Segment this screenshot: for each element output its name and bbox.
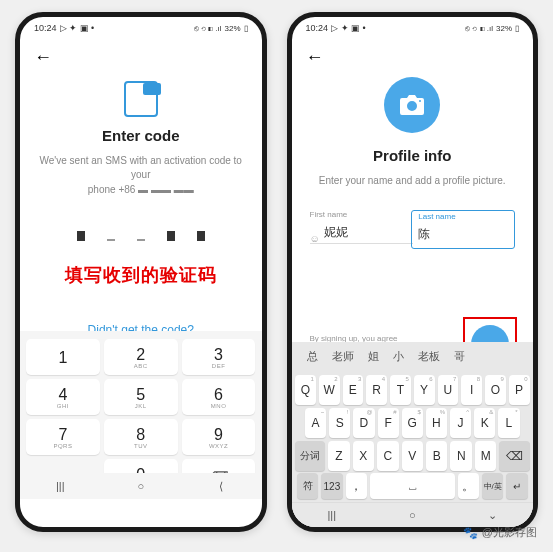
- first-name-label: First name: [310, 210, 400, 219]
- keypad-5[interactable]: 5JKL: [104, 379, 178, 415]
- sms-icon: [119, 81, 163, 113]
- ime-key-y[interactable]: Y6: [414, 375, 435, 405]
- battery-percent: 32%: [224, 24, 240, 33]
- emoji-icon[interactable]: ☺: [310, 233, 320, 244]
- ime-key-h[interactable]: H%: [426, 408, 447, 438]
- camera-icon: [400, 95, 424, 115]
- ime-key-t[interactable]: T5: [390, 375, 411, 405]
- ime-key-l[interactable]: L*: [498, 408, 519, 438]
- back-button[interactable]: ←: [302, 43, 328, 72]
- ime-key-j[interactable]: J^: [450, 408, 471, 438]
- ime-key-q[interactable]: Q1: [295, 375, 316, 405]
- first-name-field[interactable]: First name ☺: [310, 210, 400, 249]
- ime-keyboard: 总老师姐小老板哥 Q1W2E3R4T5Y6U7I8O9P0 A~S!D@F#G$…: [292, 342, 534, 527]
- ime-comma-key[interactable]: ，: [346, 473, 367, 499]
- numeric-keypad: 12ABC3DEF4GHI5JKL6MNO7PQRS8TUV9WXYZ 0 + …: [20, 331, 262, 499]
- ime-enter-key[interactable]: ↵: [506, 473, 527, 499]
- page-subtitle: Enter your name and add a profile pictur…: [319, 174, 506, 188]
- ime-key-a[interactable]: A~: [305, 408, 326, 438]
- nav-keyboard-down[interactable]: ⌄: [486, 508, 500, 522]
- annotation-text: 填写收到的验证码: [65, 263, 217, 287]
- ime-number-key[interactable]: 123: [321, 473, 342, 499]
- ime-key-z[interactable]: Z: [328, 441, 349, 471]
- keypad-3[interactable]: 3DEF: [182, 339, 256, 375]
- status-right-icons: ⎋ ⟲ ◧ .ıl: [194, 24, 222, 33]
- battery-icon: ▯: [244, 24, 248, 33]
- status-time: 10:24: [306, 23, 329, 33]
- ime-suggestion[interactable]: 哥: [454, 349, 465, 364]
- android-nav-bar: ||| ○ ⟨: [20, 473, 262, 499]
- ime-key-n[interactable]: N: [450, 441, 471, 471]
- nav-recent[interactable]: |||: [53, 479, 67, 493]
- paw-icon: 🐾: [463, 526, 478, 540]
- ime-space-key[interactable]: ⎵: [370, 473, 455, 499]
- ime-key-r[interactable]: R4: [366, 375, 387, 405]
- ime-suggestions[interactable]: 总老师姐小老板哥: [292, 342, 534, 370]
- ime-key-p[interactable]: P0: [509, 375, 530, 405]
- status-bar: 10:24 ▷ ✦ ▣ • ⎋ ⟲ ◧ .ıl 32% ▯: [292, 17, 534, 39]
- ime-key-u[interactable]: U7: [438, 375, 459, 405]
- ime-key-v[interactable]: V: [402, 441, 423, 471]
- nav-home[interactable]: ○: [134, 479, 148, 493]
- ime-key-o[interactable]: O9: [485, 375, 506, 405]
- ime-suggestion[interactable]: 总: [307, 349, 318, 364]
- last-name-input[interactable]: [418, 223, 508, 245]
- ime-key-w[interactable]: W2: [319, 375, 340, 405]
- page-title: Profile info: [373, 147, 451, 164]
- phone-right: 10:24 ▷ ✦ ▣ • ⎋ ⟲ ◧ .ıl 32% ▯ ← Profile …: [287, 12, 539, 532]
- ime-symbol-key[interactable]: 符: [297, 473, 318, 499]
- battery-percent: 32%: [496, 24, 512, 33]
- ime-key-d[interactable]: D@: [353, 408, 374, 438]
- status-time: 10:24: [34, 23, 57, 33]
- add-photo-button[interactable]: [384, 77, 440, 133]
- watermark: 🐾 @光影存图: [463, 525, 537, 540]
- watermark-text: @光影存图: [482, 525, 537, 540]
- ime-key-f[interactable]: F#: [378, 408, 399, 438]
- ime-key-s[interactable]: S!: [329, 408, 350, 438]
- phone-number: phone +86 ▬ ▬▬ ▬▬: [88, 184, 194, 195]
- keypad-8[interactable]: 8TUV: [104, 419, 178, 455]
- phone-left: 10:24 ▷ ✦ ▣ • ⎋ ⟲ ◧ .ıl 32% ▯ ← Enter co…: [15, 12, 267, 532]
- nav-home[interactable]: ○: [405, 508, 419, 522]
- ime-suggestion[interactable]: 小: [393, 349, 404, 364]
- ime-key-c[interactable]: C: [377, 441, 398, 471]
- first-name-input[interactable]: [310, 221, 414, 244]
- last-name-field[interactable]: Last name: [411, 210, 515, 249]
- keypad-1[interactable]: 1: [26, 339, 100, 375]
- app-header: ←: [292, 39, 534, 75]
- back-button[interactable]: ←: [30, 43, 56, 72]
- last-name-label: Last name: [418, 212, 508, 221]
- ime-key-i[interactable]: I8: [461, 375, 482, 405]
- battery-icon: ▯: [515, 24, 519, 33]
- ime-key-g[interactable]: G$: [402, 408, 423, 438]
- status-left-icons: ▷ ✦ ▣ •: [331, 23, 366, 33]
- keypad-2[interactable]: 2ABC: [104, 339, 178, 375]
- ime-lang-switch-key[interactable]: 中/英: [482, 473, 503, 499]
- ime-key-m[interactable]: M: [475, 441, 496, 471]
- ime-suggestion[interactable]: 老师: [332, 349, 354, 364]
- keypad-7[interactable]: 7PQRS: [26, 419, 100, 455]
- ime-key-b[interactable]: B: [426, 441, 447, 471]
- keypad-9[interactable]: 9WXYZ: [182, 419, 256, 455]
- keypad-6[interactable]: 6MNO: [182, 379, 256, 415]
- page-title: Enter code: [102, 127, 180, 144]
- ime-delete-key[interactable]: ⌫: [499, 441, 529, 471]
- ime-key-e[interactable]: E3: [343, 375, 364, 405]
- ime-key-k[interactable]: K&: [474, 408, 495, 438]
- android-nav-bar: ||| ○ ⌄: [292, 502, 534, 527]
- ime-shift-key[interactable]: 分词: [295, 441, 325, 471]
- ime-suggestion[interactable]: 姐: [368, 349, 379, 364]
- ime-period-key[interactable]: 。: [458, 473, 479, 499]
- app-header: ←: [20, 39, 262, 75]
- code-input[interactable]: [69, 219, 213, 241]
- ime-key-x[interactable]: X: [353, 441, 374, 471]
- status-left-icons: ▷ ✦ ▣ •: [60, 23, 95, 33]
- nav-recent[interactable]: |||: [325, 508, 339, 522]
- nav-back[interactable]: ⟨: [214, 479, 228, 493]
- keypad-4[interactable]: 4GHI: [26, 379, 100, 415]
- ime-suggestion[interactable]: 老板: [418, 349, 440, 364]
- status-right-icons: ⎋ ⟲ ◧ .ıl: [465, 24, 493, 33]
- page-subtitle: We've sent an SMS with an activation cod…: [38, 154, 244, 182]
- status-bar: 10:24 ▷ ✦ ▣ • ⎋ ⟲ ◧ .ıl 32% ▯: [20, 17, 262, 39]
